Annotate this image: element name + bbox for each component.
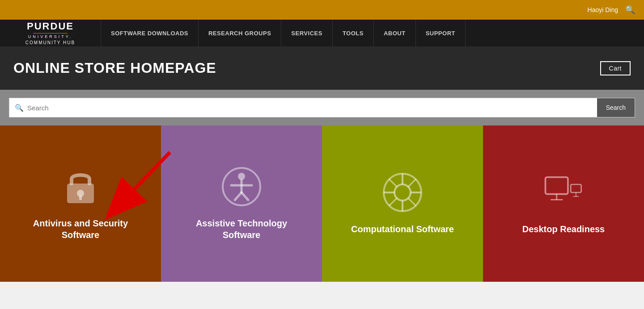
logo-university: UNIVERSITY. — [25, 35, 75, 39]
card-assistive[interactable]: Assistive TechnologySoftware — [161, 125, 322, 282]
search-input[interactable] — [27, 104, 597, 112]
svg-rect-4 — [79, 196, 82, 200]
logo-area[interactable]: PURDUE UNIVERSITY. COMMUNITY HUB — [0, 20, 101, 46]
cart-button[interactable]: Cart — [600, 61, 631, 75]
logo-purdue: PURDUE — [25, 21, 75, 32]
svg-line-18 — [408, 198, 416, 206]
logo-community-hub: COMMUNITY HUB — [25, 40, 75, 45]
nav-item-research-groups[interactable]: RESEARCH GROUPS — [199, 20, 281, 46]
computational-icon — [382, 172, 423, 213]
page-title: ONLINE STORE HOMEPAGE — [13, 60, 216, 76]
svg-line-17 — [389, 179, 397, 187]
card-assistive-label: Assistive TechnologySoftware — [196, 217, 287, 241]
main-nav: SOFTWARE DOWNLOADS RESEARCH GROUPS SERVI… — [101, 20, 644, 46]
search-icon[interactable]: 🔍 — [625, 5, 635, 15]
nav-item-about[interactable]: ABOUT — [374, 20, 416, 46]
svg-rect-21 — [546, 177, 568, 194]
svg-line-9 — [235, 192, 242, 200]
svg-line-10 — [242, 192, 248, 200]
search-area: 🔍 Search — [0, 90, 644, 125]
svg-line-20 — [389, 198, 397, 206]
nav-item-support[interactable]: SUPPORT — [416, 20, 466, 46]
desktop-icon — [543, 172, 584, 213]
svg-rect-24 — [571, 184, 581, 192]
svg-line-19 — [408, 179, 416, 187]
search-container: 🔍 Search — [9, 98, 635, 117]
header: PURDUE UNIVERSITY. COMMUNITY HUB SOFTWAR… — [0, 20, 644, 46]
top-bar: Haoyi Ding 🔍 — [0, 0, 644, 20]
card-desktop-label: Desktop Readiness — [522, 223, 605, 235]
search-button[interactable]: Search — [597, 98, 635, 117]
card-desktop[interactable]: Desktop Readiness — [483, 125, 644, 282]
card-computational-label: Computational Software — [351, 223, 454, 235]
page-title-area: ONLINE STORE HOMEPAGE Cart — [0, 46, 644, 90]
lock-icon — [60, 167, 101, 207]
search-icon-inner: 🔍 — [15, 104, 24, 112]
user-name: Haoyi Ding — [588, 6, 618, 13]
logo-divider — [33, 33, 68, 33]
nav-item-software-downloads[interactable]: SOFTWARE DOWNLOADS — [101, 20, 199, 46]
accessibility-icon — [221, 167, 262, 207]
nav-item-tools[interactable]: TOOLS — [333, 20, 374, 46]
card-computational[interactable]: Computational Software — [322, 125, 483, 282]
cards-grid: Antivirus and SecuritySoftware Assistive… — [0, 125, 644, 282]
card-antivirus[interactable]: Antivirus and SecuritySoftware — [0, 125, 161, 282]
nav-item-services[interactable]: SERVICES — [281, 20, 333, 46]
card-antivirus-label: Antivirus and SecuritySoftware — [33, 217, 128, 241]
logo: PURDUE UNIVERSITY. COMMUNITY HUB — [25, 21, 75, 45]
